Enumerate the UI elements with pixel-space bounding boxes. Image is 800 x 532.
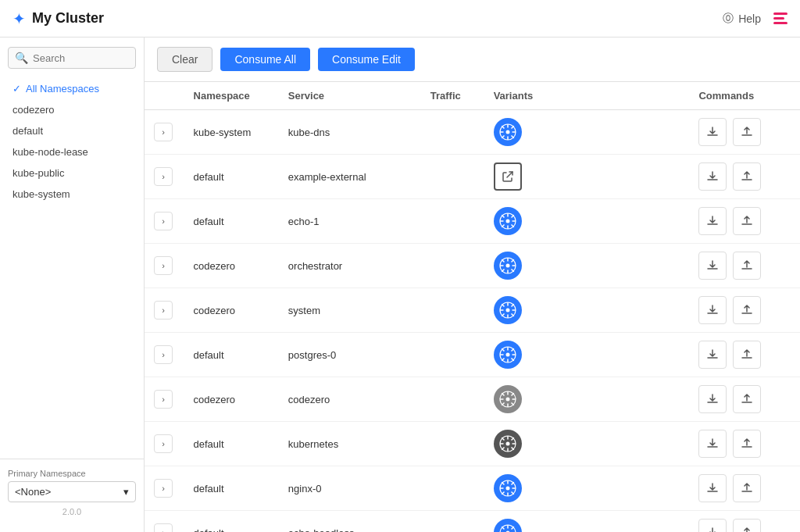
expand-button[interactable]: › [154,479,173,498]
svg-point-31 [505,309,509,312]
upload-button[interactable] [733,385,761,413]
expand-button[interactable]: › [154,256,173,275]
upload-button[interactable] [733,118,761,146]
variants-cell [484,377,690,422]
search-icon: 🔍 [15,52,28,64]
service-cell: echo-headless [279,511,421,533]
sidebar-item-kube-system[interactable]: kube-system [0,184,144,205]
help-button[interactable]: ⓪ Help [723,12,761,26]
table-row: › kube-system kube-dns [145,110,800,155]
upload-button[interactable] [733,341,761,369]
app-header: ✦ My Cluster ⓪ Help [0,0,800,37]
col-header-variants: Variants [484,82,690,110]
download-button[interactable] [698,207,727,235]
expand-button[interactable]: › [154,390,173,409]
table-row: › default postgres-0 [145,333,800,377]
commands-cell [689,377,800,422]
traffic-cell [421,377,484,422]
upload-button[interactable] [733,519,761,532]
variants-cell [484,511,690,533]
commands-cell [689,199,800,244]
expand-cell: › [145,288,184,333]
chevron-down-icon: ▾ [123,486,129,498]
download-button[interactable] [698,430,727,458]
traffic-cell [421,288,484,333]
sidebar-item-codezero[interactable]: codezero [0,99,144,120]
upload-button[interactable] [733,296,761,324]
namespace-list: ✓ All Namespaces codezero default kube-n… [0,78,144,459]
download-button[interactable] [698,341,727,369]
download-button[interactable] [698,162,727,191]
expand-cell: › [145,422,184,466]
search-box[interactable]: 🔍 [8,47,136,69]
hamburger-menu-icon[interactable] [773,12,788,24]
variants-cell [484,466,690,511]
expand-cell: › [145,377,184,422]
variants-cell [484,244,690,288]
svg-point-51 [505,398,509,402]
expand-button[interactable]: › [154,123,173,141]
sidebar-item-kube-node-lease[interactable]: kube-node-lease [0,141,144,162]
download-button[interactable] [698,118,727,146]
header-left: ✦ My Cluster [12,9,104,28]
consume-edit-button[interactable]: Consume Edit [318,48,415,71]
expand-button[interactable]: › [154,523,173,532]
variants-cell [484,110,690,155]
svg-point-11 [505,220,509,223]
table-row: › default nginx-0 [145,466,800,511]
expand-button[interactable]: › [154,212,173,230]
table-row: › codezero system [145,288,800,333]
checkmark-icon: ✓ [12,83,21,95]
expand-button[interactable]: › [154,167,173,186]
sidebar-item-default[interactable]: default [0,120,144,141]
download-button[interactable] [698,296,727,324]
primary-namespace-select[interactable]: <None> ▾ [8,481,136,502]
download-button[interactable] [698,252,727,280]
ns-default-label: default [12,125,43,137]
upload-button[interactable] [733,162,761,191]
svg-point-21 [505,264,509,268]
table-row: › default kubernetes [145,422,800,466]
upload-button[interactable] [733,207,761,235]
download-button[interactable] [698,385,727,413]
svg-point-41 [505,353,509,357]
variant-icon-helm [494,519,522,532]
service-cell: kube-dns [279,110,421,155]
service-cell: codezero [279,377,421,422]
variant-icon-helm [494,118,522,146]
sidebar-item-kube-public[interactable]: kube-public [0,162,144,184]
namespace-cell: default [184,511,279,533]
command-buttons [698,341,791,369]
table-row: › default example-external [145,155,800,199]
namespace-cell: codezero [184,288,279,333]
ns-kube-node-lease-label: kube-node-lease [12,146,88,158]
variant-icon-helm [494,385,522,413]
traffic-cell [421,155,484,199]
download-button[interactable] [698,474,727,502]
command-buttons [698,162,791,191]
expand-button[interactable]: › [154,434,173,453]
download-button[interactable] [698,519,727,532]
clear-button[interactable]: Clear [157,47,212,72]
upload-button[interactable] [733,474,761,502]
expand-cell: › [145,333,184,377]
expand-button[interactable]: › [154,345,173,364]
help-label: Help [738,12,761,25]
services-table: Namespace Service Traffic Variants Comma… [145,82,800,532]
upload-button[interactable] [733,252,761,280]
toolbar: Clear Consume All Consume Edit [145,37,800,82]
search-input[interactable] [33,52,129,64]
consume-all-button[interactable]: Consume All [220,48,310,71]
variant-icon-helm [494,430,522,458]
commands-cell [689,333,800,377]
expand-button[interactable]: › [154,301,173,320]
commands-cell [689,155,800,199]
service-cell: example-external [279,155,421,199]
all-namespaces-item[interactable]: ✓ All Namespaces [0,78,144,99]
service-cell: nginx-0 [279,466,421,511]
traffic-cell [421,110,484,155]
upload-button[interactable] [733,430,761,458]
all-namespaces-label: All Namespaces [26,83,99,95]
variant-icon-helm [494,207,522,235]
services-table-container: Namespace Service Traffic Variants Comma… [145,82,800,532]
